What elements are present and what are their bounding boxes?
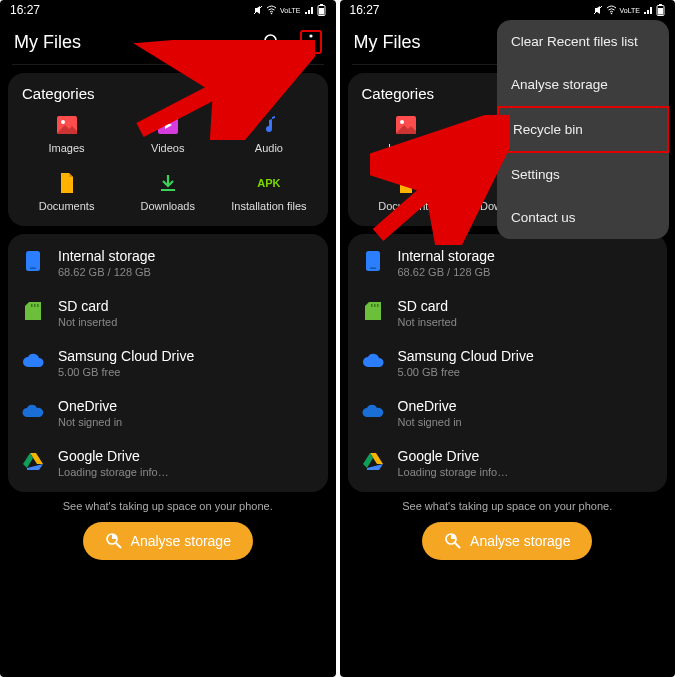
apk-icon: APK: [258, 172, 280, 194]
storage-samsung-cloud[interactable]: Samsung Cloud Drive5.00 GB free: [14, 338, 322, 388]
category-installation-files[interactable]: APK Installation files: [220, 172, 317, 212]
storage-internal[interactable]: Internal storage68.62 GB / 128 GB: [14, 238, 322, 288]
storage-sub: Loading storage info…: [398, 466, 509, 478]
more-menu-button[interactable]: [300, 30, 322, 54]
svg-rect-32: [370, 268, 376, 269]
storage-sdcard[interactable]: SD cardNot inserted: [354, 288, 662, 338]
storage-name: Samsung Cloud Drive: [58, 348, 194, 364]
status-time: 16:27: [10, 3, 40, 17]
mute-icon: [253, 5, 263, 15]
categories-card: Categories Images Videos Audio Documents…: [8, 73, 328, 226]
storage-card: Internal storage68.62 GB / 128 GB SD car…: [8, 234, 328, 492]
category-images[interactable]: Images: [18, 114, 115, 154]
svg-line-20: [116, 543, 121, 548]
storage-samsung-cloud[interactable]: Samsung Cloud Drive5.00 GB free: [354, 338, 662, 388]
svg-point-5: [265, 35, 276, 46]
storage-name: OneDrive: [58, 398, 122, 414]
storage-name: SD card: [58, 298, 117, 314]
menu-recycle-bin[interactable]: Recycle bin: [497, 106, 669, 153]
wifi-icon: [606, 5, 617, 15]
svg-line-37: [455, 543, 460, 548]
menu-contact-us[interactable]: Contact us: [497, 196, 669, 239]
footer-hint: See what's taking up space on your phone…: [0, 500, 336, 512]
search-button[interactable]: [262, 32, 282, 52]
category-documents[interactable]: Documents: [358, 172, 455, 212]
storage-sub: Not signed in: [398, 416, 462, 428]
svg-rect-34: [374, 304, 376, 307]
video-icon: [157, 114, 179, 136]
storage-name: Google Drive: [398, 448, 509, 464]
phone-left: 16:27 VoLTE My Files Categories Images: [0, 0, 336, 677]
svg-point-8: [309, 40, 312, 43]
google-drive-icon: [362, 450, 384, 472]
status-time: 16:27: [350, 3, 380, 17]
analyse-label: Analyse storage: [470, 533, 570, 549]
storage-sub: 68.62 GB / 128 GB: [398, 266, 495, 278]
app-header: My Files: [0, 20, 336, 64]
svg-rect-18: [37, 304, 39, 307]
storage-sdcard[interactable]: SD cardNot inserted: [14, 288, 322, 338]
category-documents[interactable]: Documents: [18, 172, 115, 212]
overflow-menu: Clear Recent files list Analyse storage …: [497, 20, 669, 239]
storage-google-drive[interactable]: Google DriveLoading storage info…: [354, 438, 662, 488]
storage-card: Internal storage68.62 GB / 128 GB SD car…: [348, 234, 668, 492]
svg-point-11: [61, 120, 65, 124]
category-label: Documents: [39, 200, 95, 212]
svg-rect-16: [31, 304, 33, 307]
audio-icon: [258, 114, 280, 136]
storage-sub: Not signed in: [58, 416, 122, 428]
category-audio[interactable]: Audio: [220, 114, 317, 154]
storage-google-drive[interactable]: Google DriveLoading storage info…: [14, 438, 322, 488]
page-title: My Files: [354, 32, 421, 53]
wifi-icon: [266, 5, 277, 15]
menu-analyse-storage[interactable]: Analyse storage: [497, 63, 669, 106]
status-bar: 16:27 VoLTE: [0, 0, 336, 20]
svg-point-9: [309, 46, 312, 49]
category-images[interactable]: Images: [358, 114, 455, 154]
image-icon: [56, 114, 78, 136]
analyse-storage-button[interactable]: Analyse storage: [83, 522, 253, 560]
page-title: My Files: [14, 32, 81, 53]
status-icons: VoLTE: [593, 4, 666, 16]
menu-clear-recent[interactable]: Clear Recent files list: [497, 20, 669, 63]
storage-onedrive[interactable]: OneDriveNot signed in: [354, 388, 662, 438]
storage-internal[interactable]: Internal storage68.62 GB / 128 GB: [354, 238, 662, 288]
category-videos[interactable]: Videos: [119, 114, 216, 154]
category-label: Images: [388, 142, 424, 154]
storage-name: Google Drive: [58, 448, 169, 464]
footer-hint: See what's taking up space on your phone…: [340, 500, 676, 512]
phone-icon: [22, 250, 44, 272]
status-bar: 16:27 VoLTE: [340, 0, 676, 20]
category-downloads[interactable]: Downloads: [119, 172, 216, 212]
svg-rect-4: [319, 8, 324, 15]
analyse-storage-button[interactable]: Analyse storage: [422, 522, 592, 560]
onedrive-icon: [22, 400, 44, 422]
image-icon: [395, 114, 417, 136]
svg-rect-25: [659, 4, 662, 6]
svg-point-1: [271, 13, 273, 15]
more-vertical-icon: [309, 34, 313, 50]
storage-onedrive[interactable]: OneDriveNot signed in: [14, 388, 322, 438]
search-icon: [263, 33, 281, 51]
categories-title: Categories: [18, 85, 318, 102]
menu-settings[interactable]: Settings: [497, 153, 669, 196]
onedrive-icon: [362, 400, 384, 422]
analyse-icon: [105, 532, 123, 550]
signal-icon: [304, 5, 314, 15]
storage-name: OneDrive: [398, 398, 462, 414]
signal-icon: [643, 5, 653, 15]
analyse-icon: [444, 532, 462, 550]
phone-icon: [362, 250, 384, 272]
storage-sub: Loading storage info…: [58, 466, 169, 478]
analyse-label: Analyse storage: [131, 533, 231, 549]
category-label: Videos: [151, 142, 184, 154]
mute-icon: [593, 5, 603, 15]
storage-sub: Not inserted: [398, 316, 457, 328]
sdcard-icon: [22, 300, 44, 322]
svg-rect-17: [34, 304, 36, 307]
storage-sub: Not inserted: [58, 316, 117, 328]
svg-line-6: [275, 45, 279, 49]
svg-rect-15: [30, 268, 36, 269]
download-icon: [157, 172, 179, 194]
storage-sub: 68.62 GB / 128 GB: [58, 266, 155, 278]
